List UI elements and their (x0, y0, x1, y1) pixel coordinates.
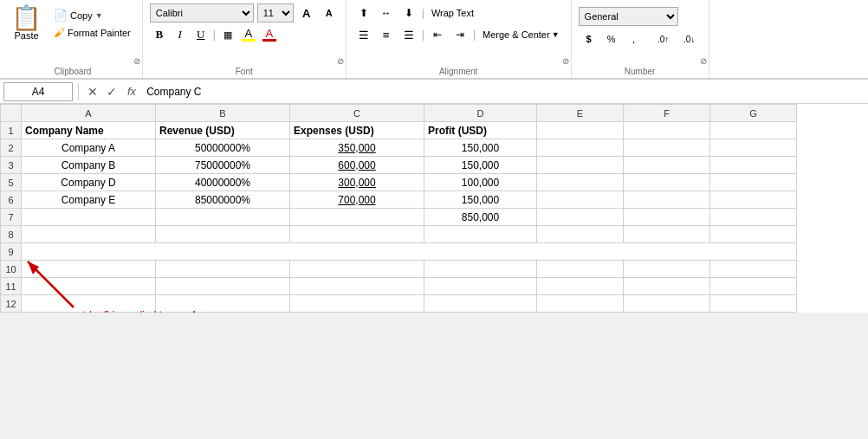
row-header-2[interactable]: 2 (1, 139, 22, 157)
cell-D8[interactable] (424, 226, 537, 243)
cell-C5[interactable]: 300,000 (290, 174, 424, 191)
row-header-7[interactable]: 7 (1, 209, 22, 226)
cell-C11[interactable] (290, 278, 424, 295)
comma-button[interactable]: , (624, 29, 645, 48)
confirm-formula-button[interactable]: ✓ (103, 83, 120, 100)
cell-E11[interactable] (537, 278, 624, 295)
cell-G5[interactable] (710, 174, 797, 191)
cell-D11[interactable] (424, 278, 537, 295)
cell-D2[interactable]: 150,000 (424, 139, 537, 157)
cell-F10[interactable] (624, 261, 710, 278)
row-header-8[interactable]: 8 (1, 226, 22, 243)
cell-D12[interactable] (424, 295, 537, 313)
cell-E10[interactable] (537, 261, 624, 278)
cell-E12[interactable] (537, 295, 624, 313)
cell-C10[interactable] (290, 261, 424, 278)
cell-G3[interactable] (710, 157, 797, 174)
cell-G12[interactable] (710, 295, 797, 313)
cell-A8[interactable] (22, 226, 156, 243)
cell-A11[interactable] (22, 278, 156, 295)
merge-center-button[interactable]: Merge & Center ▼ (478, 25, 564, 44)
cell-D3[interactable]: 150,000 (424, 157, 537, 174)
cell-B6[interactable]: 85000000% (156, 191, 290, 209)
formula-input[interactable] (143, 82, 865, 101)
col-header-D[interactable]: D (424, 105, 537, 122)
cell-F11[interactable] (624, 278, 710, 295)
font-expand[interactable]: ⊘ (337, 56, 344, 66)
cell-C1[interactable]: Expenses (USD) (290, 122, 424, 139)
col-header-A[interactable]: A (22, 105, 156, 122)
decrease-indent-button[interactable]: ⇤ (427, 25, 448, 44)
cell-G1[interactable] (710, 122, 797, 139)
cell-A5[interactable]: Company D (22, 174, 156, 191)
cell-B3[interactable]: 75000000% (156, 157, 290, 174)
number-expand[interactable]: ⊘ (700, 56, 707, 66)
cell-F7[interactable] (624, 209, 710, 226)
col-header-C[interactable]: C (290, 105, 424, 122)
cell-A10[interactable] (22, 261, 156, 278)
cell-B8[interactable] (156, 226, 290, 243)
paste-button[interactable]: 📋 Paste (7, 3, 46, 43)
cell-D6[interactable]: 150,000 (424, 191, 537, 209)
cell-D10[interactable] (424, 261, 537, 278)
cell-A1[interactable]: Company Name (22, 122, 156, 139)
cell-D5[interactable]: 100,000 (424, 174, 537, 191)
border-button[interactable]: ▦ (218, 25, 237, 44)
cell-C2[interactable]: 350,000 (290, 139, 424, 157)
cell-E5[interactable] (537, 174, 624, 191)
row-header-11[interactable]: 11 (1, 278, 22, 295)
cell-C8[interactable] (290, 226, 424, 243)
underline-button[interactable]: U (191, 25, 211, 44)
row-header-3[interactable]: 3 (1, 157, 22, 174)
cell-B11[interactable] (156, 278, 290, 295)
row-header-9[interactable]: 9 (1, 243, 22, 261)
name-box[interactable] (3, 82, 73, 101)
cell-G11[interactable] (710, 278, 797, 295)
cell-B1[interactable]: Revenue (USD) (156, 122, 290, 139)
font-color-button[interactable]: A (260, 25, 279, 44)
row-header-12[interactable]: 12 (1, 295, 22, 313)
italic-button[interactable]: I (171, 25, 190, 44)
grow-font-button[interactable]: A (297, 3, 316, 23)
cell-E1[interactable] (537, 122, 624, 139)
cell-G7[interactable] (710, 209, 797, 226)
row-header-10[interactable]: 10 (1, 261, 22, 278)
decrease-decimal-button[interactable]: .0↓ (677, 29, 702, 48)
col-header-B[interactable]: B (156, 105, 290, 122)
col-header-F[interactable]: F (624, 105, 710, 122)
cell-B7[interactable] (156, 209, 290, 226)
cancel-formula-button[interactable]: ✕ (84, 83, 101, 100)
fill-color-button[interactable]: A (239, 25, 258, 44)
cell-D1[interactable]: Profit (USD) (424, 122, 537, 139)
row-header-5[interactable]: 5 (1, 174, 22, 191)
format-painter-button[interactable]: 🖌 Format Painter (49, 24, 135, 41)
cell-B10[interactable] (156, 261, 290, 278)
col-header-G[interactable]: G (710, 105, 797, 122)
cell-E6[interactable] (537, 191, 624, 209)
currency-button[interactable]: $ (579, 29, 599, 48)
cell-C3[interactable]: 600,000 (290, 157, 424, 174)
cell-E8[interactable] (537, 226, 624, 243)
align-right-button[interactable]: ☰ (398, 25, 419, 44)
bold-button[interactable]: B (150, 25, 169, 44)
wrap-text-button[interactable]: Wrap Text (427, 3, 478, 23)
cell-G2[interactable] (710, 139, 797, 157)
cell-G6[interactable] (710, 191, 797, 209)
alignment-expand[interactable]: ⊘ (562, 56, 569, 66)
align-middle-button[interactable]: ↔ (376, 3, 397, 23)
increase-decimal-button[interactable]: .0↑ (651, 29, 676, 48)
align-bottom-button[interactable]: ⬇ (398, 3, 419, 23)
increase-indent-button[interactable]: ⇥ (450, 25, 470, 44)
cell-G8[interactable] (710, 226, 797, 243)
cell-F5[interactable] (624, 174, 710, 191)
cell-E7[interactable] (537, 209, 624, 226)
cell-A7[interactable] (22, 209, 156, 226)
cell-C6[interactable]: 700,000 (290, 191, 424, 209)
percent-button[interactable]: % (601, 29, 622, 48)
align-left-button[interactable]: ☰ (353, 25, 374, 44)
cell-F2[interactable] (624, 139, 710, 157)
cell-A6[interactable]: Company E (22, 191, 156, 209)
cell-C7[interactable] (290, 209, 424, 226)
row-header-1[interactable]: 1 (1, 122, 22, 139)
row-header-6[interactable]: 6 (1, 191, 22, 209)
